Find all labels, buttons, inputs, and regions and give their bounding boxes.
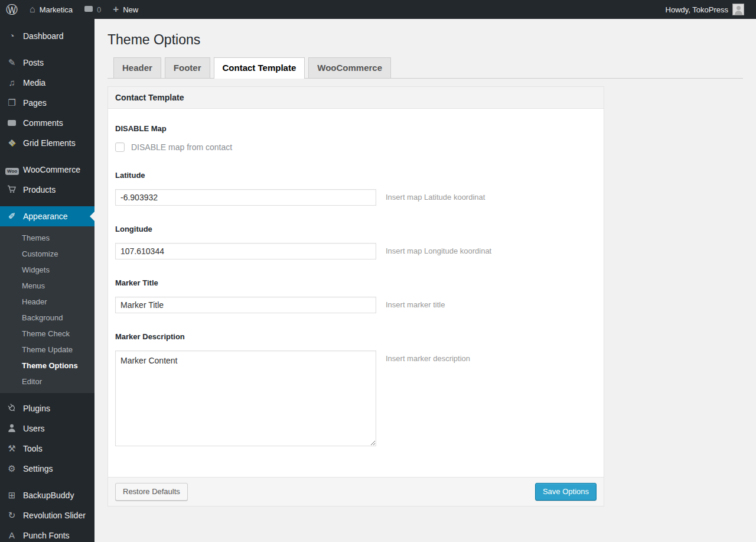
sidebar-item-settings[interactable]: ⚙ Settings bbox=[0, 459, 94, 479]
field-disable-map: DISABLE Map DISABLE map from contact bbox=[115, 124, 597, 152]
howdy-account-menu[interactable]: Howdy, TokoPress bbox=[660, 0, 750, 19]
sidebar-item-label: Revolution Slider bbox=[23, 511, 86, 520]
longitude-hint: Insert map Longitude koordinat bbox=[386, 243, 491, 255]
backup-icon: ⊞ bbox=[5, 491, 18, 500]
sidebar-item-users[interactable]: Users bbox=[0, 418, 94, 439]
settings-icon: ⚙ bbox=[5, 464, 18, 473]
plus-icon: + bbox=[113, 5, 119, 14]
sidebar-item-label: Settings bbox=[23, 464, 53, 473]
field-marker-description: Marker Description Marker Content Insert… bbox=[115, 332, 597, 446]
comment-count: 0 bbox=[97, 5, 101, 14]
media-icon: ♫ bbox=[5, 78, 18, 87]
submenu-item-theme-check[interactable]: Theme Check bbox=[0, 326, 94, 342]
field-label: Longitude bbox=[115, 225, 597, 233]
plugin-icon bbox=[5, 403, 18, 414]
admin-bar: Ⓦ ⌂ Marketica 0 + New Howdy, TokoPress bbox=[0, 0, 756, 19]
comments-bubble-icon bbox=[84, 6, 93, 12]
save-options-button[interactable]: Save Options bbox=[535, 483, 597, 501]
sidebar-item-label: Plugins bbox=[23, 404, 50, 413]
main-content: Theme Options Header Footer Contact Temp… bbox=[94, 19, 756, 542]
submenu-item-widgets[interactable]: Widgets bbox=[0, 262, 94, 278]
field-label: DISABLE Map bbox=[115, 124, 597, 133]
letter-a-icon: A bbox=[5, 531, 18, 540]
field-label: Latitude bbox=[115, 171, 597, 180]
submenu-item-theme-options[interactable]: Theme Options bbox=[0, 358, 94, 374]
submenu-item-header[interactable]: Header bbox=[0, 294, 94, 310]
sidebar-item-tools[interactable]: ⚒ Tools bbox=[0, 439, 94, 459]
disable-map-checkbox-label[interactable]: DISABLE map from contact bbox=[131, 142, 232, 152]
marker-title-input[interactable] bbox=[115, 297, 376, 313]
site-name-label: Marketica bbox=[40, 5, 73, 14]
sidebar-item-label: Appearance bbox=[23, 212, 68, 221]
submenu-item-customize[interactable]: Customize bbox=[0, 246, 94, 262]
restore-defaults-button[interactable]: Restore Defaults bbox=[115, 483, 188, 501]
howdy-label: Howdy, TokoPress bbox=[666, 5, 728, 14]
menu-separator bbox=[0, 393, 94, 398]
rotate-icon: ↻ bbox=[5, 511, 18, 520]
sidebar-item-revolution-slider[interactable]: ↻ Revolution Slider bbox=[0, 505, 94, 525]
sidebar-item-products[interactable]: Products bbox=[0, 180, 94, 200]
sidebar-item-grid-elements[interactable]: ❖ Grid Elements bbox=[0, 133, 94, 153]
menu-separator bbox=[0, 153, 94, 160]
sidebar-item-dashboard[interactable]: ◔ Dashboard bbox=[0, 26, 94, 46]
sidebar-item-media[interactable]: ♫ Media bbox=[0, 73, 94, 93]
sidebar-item-comments[interactable]: Comments bbox=[0, 113, 94, 133]
admin-sidebar: ◔ Dashboard ✎ Posts ♫ Media ❐ Pages Comm… bbox=[0, 19, 94, 542]
appearance-brush-icon: ✐ bbox=[5, 212, 18, 221]
appearance-submenu: Themes Customize Widgets Menus Header Ba… bbox=[0, 226, 94, 393]
cart-icon bbox=[5, 184, 18, 196]
woocommerce-icon: Woo bbox=[5, 165, 18, 175]
wordpress-logo-icon: Ⓦ bbox=[6, 4, 18, 15]
field-latitude: Latitude Insert map Latitude koordinat bbox=[115, 171, 597, 206]
sidebar-item-label: Users bbox=[23, 424, 45, 433]
sidebar-item-posts[interactable]: ✎ Posts bbox=[0, 53, 94, 73]
wordpress-logo-menu[interactable]: Ⓦ bbox=[0, 0, 24, 19]
sidebar-item-plugins[interactable]: Plugins bbox=[0, 398, 94, 418]
tab-footer[interactable]: Footer bbox=[165, 57, 210, 78]
panel-body: DISABLE Map DISABLE map from contact Lat… bbox=[108, 109, 604, 477]
sidebar-item-label: Comments bbox=[23, 118, 63, 128]
sidebar-item-label: BackupBuddy bbox=[23, 491, 74, 500]
sidebar-item-label: Punch Fonts bbox=[23, 531, 70, 540]
sidebar-item-label: Grid Elements bbox=[23, 138, 76, 148]
longitude-input[interactable] bbox=[115, 243, 376, 259]
disable-map-checkbox[interactable] bbox=[115, 142, 125, 152]
panel-title: Contact Template bbox=[108, 87, 604, 109]
sidebar-item-label: Posts bbox=[23, 58, 44, 67]
submenu-item-menus[interactable]: Menus bbox=[0, 278, 94, 294]
sidebar-item-label: Pages bbox=[23, 98, 47, 108]
field-label: Marker Title bbox=[115, 278, 597, 287]
latitude-input[interactable] bbox=[115, 189, 376, 206]
theme-options-tabs: Header Footer Contact Template WooCommer… bbox=[107, 57, 743, 79]
menu-separator bbox=[0, 200, 94, 206]
new-label: New bbox=[123, 5, 138, 14]
sidebar-item-appearance[interactable]: ✐ Appearance bbox=[0, 206, 94, 226]
dashboard-icon: ◔ bbox=[5, 31, 18, 41]
menu-separator bbox=[0, 46, 94, 53]
sidebar-item-label: Media bbox=[23, 78, 45, 87]
submenu-item-themes[interactable]: Themes bbox=[0, 230, 94, 246]
field-longitude: Longitude Insert map Longitude koordinat bbox=[115, 225, 597, 259]
home-icon: ⌂ bbox=[30, 5, 35, 14]
tab-woocommerce[interactable]: WooCommerce bbox=[308, 57, 391, 78]
sidebar-item-woocommerce[interactable]: Woo WooCommerce bbox=[0, 160, 94, 180]
submenu-item-theme-update[interactable]: Theme Update bbox=[0, 342, 94, 358]
site-name-link[interactable]: ⌂ Marketica bbox=[24, 0, 79, 19]
submenu-item-editor[interactable]: Editor bbox=[0, 374, 94, 390]
latitude-hint: Insert map Latitude koordinat bbox=[386, 189, 485, 202]
sidebar-item-label: WooCommerce bbox=[23, 165, 80, 174]
comment-icon bbox=[5, 118, 18, 128]
sidebar-item-punch-fonts[interactable]: A Punch Fonts bbox=[0, 525, 94, 542]
sidebar-item-pages[interactable]: ❐ Pages bbox=[0, 93, 94, 113]
page-title: Theme Options bbox=[107, 31, 743, 48]
submenu-item-background[interactable]: Background bbox=[0, 310, 94, 326]
user-icon bbox=[5, 423, 18, 434]
comments-admin-link[interactable]: 0 bbox=[79, 0, 107, 19]
sidebar-item-backupbuddy[interactable]: ⊞ BackupBuddy bbox=[0, 485, 94, 505]
new-content-menu[interactable]: + New bbox=[107, 0, 144, 19]
grid-elements-icon: ❖ bbox=[5, 138, 18, 148]
marker-description-hint: Insert marker description bbox=[386, 350, 470, 363]
tab-header[interactable]: Header bbox=[113, 57, 161, 78]
tab-contact-template[interactable]: Contact Template bbox=[214, 57, 305, 79]
marker-description-textarea[interactable]: Marker Content bbox=[115, 350, 376, 446]
